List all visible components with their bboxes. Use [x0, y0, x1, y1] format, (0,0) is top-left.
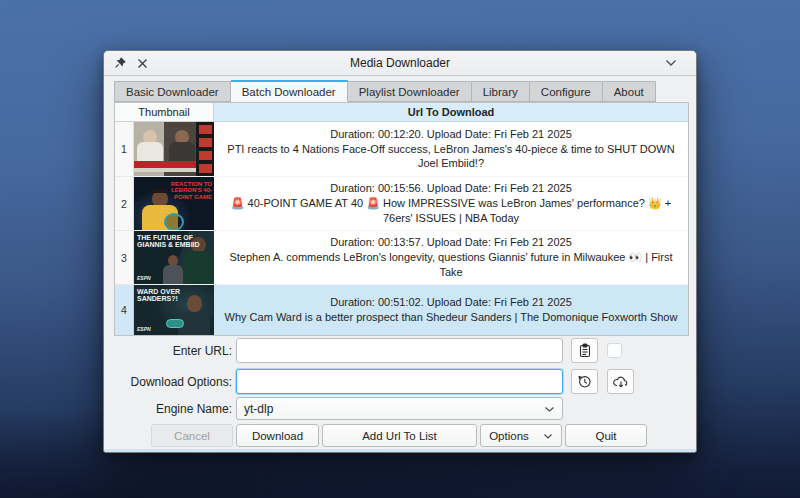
monitor-clipboard-checkbox[interactable] — [607, 343, 622, 358]
tab-about[interactable]: About — [603, 81, 656, 102]
chevron-down-icon — [543, 430, 553, 442]
video-title: 🚨 40-POINT GAME AT 40 🚨 How IMPRESSIVE w… — [224, 196, 678, 226]
video-title: Stephen A. commends LeBron's longevity, … — [224, 250, 678, 280]
thumbnail-image: WARD OVER SANDERS?! ESPN — [134, 285, 214, 335]
thumbnail-image: THE FUTURE OF GIANNIS & EMBIID ESPN — [134, 231, 214, 284]
video-thumbnail: THE FUTURE OF GIANNIS & EMBIID ESPN — [134, 231, 214, 285]
table-row[interactable]: 2 REACTION TO LEBRON'S 40-POINT GAME Dur… — [115, 177, 688, 231]
row-number: 1 — [115, 122, 134, 177]
tab-configure[interactable]: Configure — [530, 81, 603, 102]
download-button[interactable]: Download — [236, 424, 319, 447]
tab-bar: Basic Downloader Batch Downloader Playli… — [114, 80, 686, 102]
video-thumbnail — [134, 122, 214, 177]
enter-url-label: Enter URL: — [112, 344, 232, 358]
engine-selected-value: yt-dlp — [244, 402, 273, 416]
table-header: Thumbnail Url To Download — [115, 103, 688, 122]
video-title: Why Cam Ward is a better prospect than S… — [225, 310, 678, 325]
table-row[interactable]: 1 Duration: 00:12:20. Upload Date: Fri F… — [115, 122, 688, 177]
video-info: Duration: 00:15:56. Upload Date: Fri Feb… — [214, 177, 688, 231]
video-duration-date: Duration: 00:13:57. Upload Date: Fri Feb… — [330, 235, 572, 250]
video-title: PTI reacts to 4 Nations Face-Off success… — [224, 142, 678, 172]
paste-clipboard-button[interactable] — [571, 338, 598, 363]
options-menu-button[interactable]: Options — [480, 424, 562, 447]
video-thumbnail: REACTION TO LEBRON'S 40-POINT GAME — [134, 177, 214, 231]
tab-basic-downloader[interactable]: Basic Downloader — [114, 81, 231, 102]
row-number: 3 — [115, 231, 134, 285]
download-options-label: Download Options: — [112, 375, 232, 389]
table-row[interactable]: 3 THE FUTURE OF GIANNIS & EMBIID ESPN Du… — [115, 231, 688, 285]
table-row-selected[interactable]: 4 WARD OVER SANDERS?! ESPN Duration: 00:… — [115, 285, 688, 336]
tab-library[interactable]: Library — [472, 81, 530, 102]
engine-select[interactable]: yt-dlp — [236, 397, 563, 420]
titlebar: Media Downloader — [104, 51, 696, 76]
options-history-button[interactable] — [571, 369, 598, 394]
video-duration-date: Duration: 00:15:56. Upload Date: Fri Feb… — [330, 181, 572, 196]
thumbnail-image: REACTION TO LEBRON'S 40-POINT GAME — [134, 177, 214, 230]
window-title: Media Downloader — [104, 56, 696, 70]
download-defaults-cloud-button[interactable] — [607, 369, 634, 394]
cancel-button: Cancel — [151, 424, 233, 447]
chevron-down-icon — [544, 402, 555, 416]
row-number: 4 — [115, 285, 134, 336]
video-duration-date: Duration: 00:12:20. Upload Date: Fri Feb… — [330, 127, 572, 142]
media-downloader-window: Media Downloader Basic Downloader Batch … — [103, 50, 697, 453]
add-url-to-list-button[interactable]: Add Url To List — [322, 424, 477, 447]
url-input[interactable] — [236, 338, 563, 363]
engine-name-label: Engine Name: — [112, 402, 232, 416]
column-header-thumbnail[interactable]: Thumbnail — [115, 103, 214, 122]
download-list-table: Thumbnail Url To Download 1 Duration: 00… — [114, 102, 689, 336]
quit-button[interactable]: Quit — [565, 424, 647, 447]
video-info: Duration: 00:12:20. Upload Date: Fri Feb… — [214, 122, 688, 177]
download-options-input[interactable] — [236, 369, 563, 394]
video-info: Duration: 00:51:02. Upload Date: Fri Feb… — [214, 285, 688, 336]
thumbnail-image — [134, 122, 214, 176]
video-duration-date: Duration: 00:51:02. Upload Date: Fri Feb… — [330, 295, 572, 310]
video-info: Duration: 00:13:57. Upload Date: Fri Feb… — [214, 231, 688, 285]
tab-playlist-downloader[interactable]: Playlist Downloader — [348, 81, 472, 102]
window-bottom-edge — [105, 449, 695, 452]
tab-batch-downloader[interactable]: Batch Downloader — [231, 80, 348, 102]
column-header-url[interactable]: Url To Download — [214, 103, 688, 122]
video-thumbnail: WARD OVER SANDERS?! ESPN — [134, 285, 214, 336]
row-number: 2 — [115, 177, 134, 231]
